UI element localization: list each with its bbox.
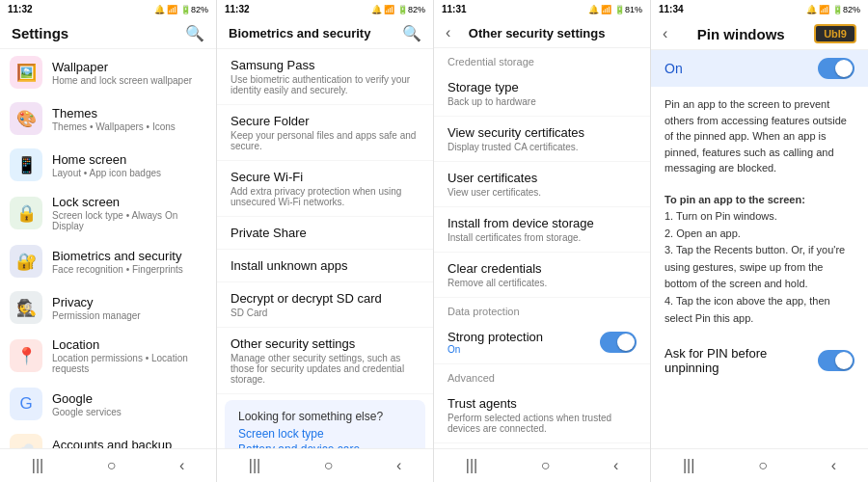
pin-steps-title: To pin an app to the screen: [665,194,805,205]
settings-icon-3: 🔒 [10,197,42,229]
settings-item-title-6: Location [52,337,206,352]
option-item-0-1[interactable]: View security certificates Display trust… [434,117,650,162]
nav-back-4[interactable]: ‹ [822,455,846,476]
option-item-0-4[interactable]: Clear credentials Remove all certificate… [434,253,650,298]
nav-menu-4[interactable]: ||| [673,455,704,476]
settings-item-sub-5: Permission manager [52,310,141,321]
settings-icon-6: 📍 [10,339,42,372]
settings-panel: 11:32 🔔 📶 🔋82% Settings 🔍 🖼️ Wallpaper H… [0,0,217,482]
option-title-0-4: Clear credentials [448,261,637,276]
settings-icon-5: 🕵️ [10,291,42,324]
security-option-list: Credential storage Storage type Back up … [434,48,650,448]
nav-home-1[interactable]: ○ [97,455,126,476]
search-icon-1[interactable]: 🔍 [185,24,204,42]
search-icon-2[interactable]: 🔍 [402,24,421,42]
other-security-panel: 11:31 🔔 📶 🔋81% ‹ Other security settings… [434,0,651,482]
biometrics-title: Biometrics and security [229,26,370,40]
settings-item-2[interactable]: 📱 Home screen Layout • App icon badges [0,142,216,188]
settings-item-0[interactable]: 🖼️ Wallpaper Home and lock screen wallpa… [0,49,216,95]
settings-item-7[interactable]: G Google Google services [0,381,216,427]
settings-item-sub-6: Location permissions • Location requests [52,353,206,374]
ask-pin-label: Ask for PIN before unpinning [665,346,818,375]
settings-item-sub-4: Face recognition • Fingerprints [52,264,183,275]
nav-menu-3[interactable]: ||| [456,455,487,476]
option-sub-0-2: View user certificates. [448,187,637,198]
settings-item-5[interactable]: 🕵️ Privacy Permission manager [0,284,216,331]
settings-item-sub-0: Home and lock screen wallpaper [52,75,192,86]
nav-back-2[interactable]: ‹ [387,455,411,476]
biometrics-item-0[interactable]: Samsung Pass Use biometric authenticatio… [217,49,433,105]
pin-step-3: 4. Tap the icon above the app, then sele… [665,295,830,324]
toggle-1-0[interactable] [600,332,637,353]
biometrics-item-3[interactable]: Private Share [217,217,433,250]
settings-item-text-4: Biometrics and security Face recognition… [52,249,183,275]
settings-item-title-0: Wallpaper [52,60,192,74]
time-2: 11:32 [225,4,250,14]
pin-steps: To pin an app to the screen:1. Turn on P… [651,186,868,334]
settings-item-text-7: Google Google services [52,391,122,417]
settings-item-text-6: Location Location permissions • Location… [52,337,206,374]
settings-item-1[interactable]: 🎨 Themes Themes • Wallpapers • Icons [0,95,216,142]
option-item-2-0[interactable]: Trust agents Perform selected actions wh… [434,388,650,443]
suggestion-link-0[interactable]: Screen lock type [238,427,412,441]
pin-windows-toggle[interactable] [818,58,854,79]
option-item-0-2[interactable]: User certificates View user certificates… [434,162,650,207]
settings-item-title-8: Accounts and backup [52,438,194,449]
biometrics-title-0: Samsung Pass [231,58,420,72]
biometrics-header: Biometrics and security 🔍 [217,18,433,49]
settings-item-8[interactable]: ☁️ Accounts and backup Manage accounts •… [0,427,216,448]
back-icon-4[interactable]: ‹ [663,25,667,42]
biometrics-item-6[interactable]: Other security settings Manage other sec… [217,328,433,394]
option-item-0-0[interactable]: Storage type Back up to hardware [434,71,650,117]
option-row-1-0[interactable]: Strong protection On [434,321,650,364]
time-4: 11:34 [659,4,684,14]
option-sub-2-0: Perform selected actions when trusted de… [448,413,637,434]
settings-item-text-2: Home screen Layout • App icon badges [52,152,161,178]
suggestion-box: Looking for something else? Screen lock … [225,400,425,448]
nav-menu-2[interactable]: ||| [239,455,270,476]
settings-item-text-3: Lock screen Screen lock type • Always On… [52,195,206,231]
pin-windows-title: Pin windows [697,26,785,42]
biometrics-sub-0: Use biometric authentication to verify y… [231,74,420,95]
nav-back-1[interactable]: ‹ [170,455,194,476]
section-label-0: Credential storage [434,48,650,71]
settings-item-text-0: Wallpaper Home and lock screen wallpaper [52,60,192,86]
settings-icon-4: 🔐 [10,245,42,278]
settings-item-title-2: Home screen [52,152,161,167]
biometrics-item-5[interactable]: Decrypt or decrypt SD card SD Card [217,282,433,328]
nav-home-2[interactable]: ○ [314,455,343,476]
nav-menu-1[interactable]: ||| [22,455,53,476]
ask-pin-row: Ask for PIN before unpinning [651,336,868,385]
biometrics-sub-5: SD Card [231,308,420,318]
settings-list: 🖼️ Wallpaper Home and lock screen wallpa… [0,49,216,448]
option-title-0-3: Install from device storage [448,216,637,230]
pin-step-1: 2. Open an app. [665,228,741,239]
biometrics-panel: 11:32 🔔 📶 🔋82% Biometrics and security 🔍… [217,0,434,482]
nav-back-3[interactable]: ‹ [604,455,628,476]
biometrics-item-1[interactable]: Secure Folder Keep your personal files a… [217,105,433,161]
back-icon-3[interactable]: ‹ [446,24,450,41]
nav-home-3[interactable]: ○ [531,455,560,476]
settings-header: Settings 🔍 [0,18,216,49]
biometrics-sub-1: Keep your personal files and apps safe a… [231,130,420,151]
settings-item-6[interactable]: 📍 Location Location permissions • Locati… [0,331,216,381]
ask-pin-toggle[interactable] [818,350,854,371]
settings-item-4[interactable]: 🔐 Biometrics and security Face recogniti… [0,238,216,284]
status-icons-2: 🔔 📶 🔋82% [371,5,425,14]
status-bar-1: 11:32 🔔 📶 🔋82% [0,0,216,18]
status-bar-3: 11:31 🔔 📶 🔋81% [434,0,650,18]
biometrics-title-1: Secure Folder [231,114,420,128]
pin-step-0: 1. Turn on Pin windows. [665,210,777,222]
biometrics-item-4[interactable]: Install unknown apps [217,250,433,282]
option-sub-0-0: Back up to hardware [448,96,637,107]
biometrics-item-2[interactable]: Secure Wi-Fi Add extra privacy protectio… [217,161,433,217]
settings-item-text-1: Themes Themes • Wallpapers • Icons [52,106,176,132]
option-item-0-3[interactable]: Install from device storage Install cert… [434,207,650,253]
biometrics-menu-list: Samsung Pass Use biometric authenticatio… [217,49,433,448]
pin-windows-panel: 11:34 🔔 📶 🔋82% ‹ Pin windows UbI9 On Pin… [651,0,868,482]
settings-icon-0: 🖼️ [10,56,42,89]
settings-item-title-7: Google [52,391,122,406]
settings-item-3[interactable]: 🔒 Lock screen Screen lock type • Always … [0,188,216,238]
option-sub-0-4: Remove all certificates. [448,278,637,288]
nav-home-4[interactable]: ○ [748,455,777,476]
